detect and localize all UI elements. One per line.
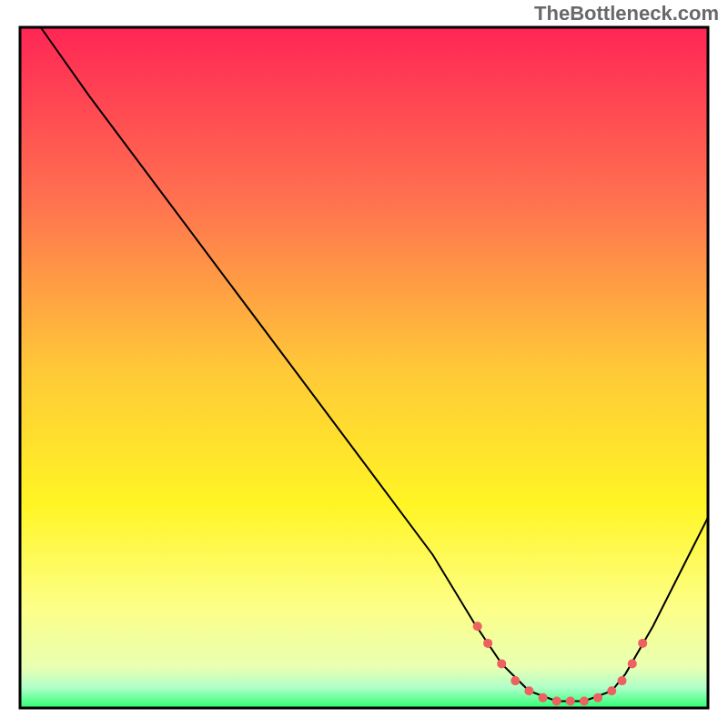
marker-dot [524, 686, 533, 695]
marker-dot [497, 659, 506, 668]
marker-dot [593, 693, 602, 703]
marker-dot [473, 622, 482, 631]
marker-dot [618, 676, 627, 685]
marker-dot [607, 686, 616, 695]
plot-background [20, 27, 708, 708]
chart-container: TheBottleneck.com [0, 0, 728, 728]
marker-dot [566, 697, 575, 706]
marker-dot [552, 697, 561, 706]
marker-dot [539, 693, 548, 703]
marker-dot [580, 697, 589, 706]
bottleneck-chart [0, 0, 728, 728]
marker-dot [483, 639, 492, 648]
marker-dot [638, 639, 647, 648]
watermark-text: TheBottleneck.com [534, 2, 719, 25]
marker-dot [628, 659, 637, 668]
marker-dot [511, 676, 520, 685]
